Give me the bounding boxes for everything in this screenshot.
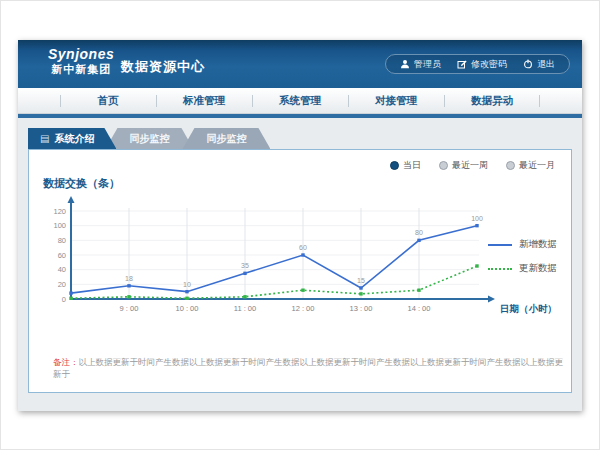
tab-system-intro-label: 系统介绍	[54, 128, 94, 149]
svg-text:60: 60	[58, 251, 66, 260]
company-logo[interactable]: Synjones 新中新集团	[48, 46, 114, 77]
tab-sync-monitor-2[interactable]: 同步监控	[182, 128, 270, 149]
main-nav: 首页 标准管理 系统管理 对接管理 数据异动	[18, 88, 582, 114]
chart-legend: 新增数据 更新数据	[488, 238, 557, 286]
svg-text:80: 80	[58, 236, 66, 245]
logout-label: 退出	[537, 58, 555, 71]
footnote: 备注：以上数据更新于时间产生数据以上数据更新于时间产生数据以上数据更新于时间产生…	[53, 357, 563, 381]
radio-unselected-icon	[439, 161, 448, 170]
svg-text:10 : 00: 10 : 00	[176, 304, 199, 313]
svg-text:80: 80	[415, 229, 423, 236]
admin-label: 管理员	[414, 58, 441, 71]
solid-line-swatch	[488, 244, 512, 246]
y-axis-title: 数据交换（条）	[43, 176, 120, 191]
svg-text:100: 100	[53, 221, 66, 230]
svg-text:40: 40	[58, 265, 66, 274]
chart-panel: 当日 最近一周 最近一月 数据交换（条） 0204060801001209 : …	[28, 149, 572, 393]
user-menu: 管理员 修改密码 退出	[385, 54, 570, 74]
legend-new-data-label: 新增数据	[519, 238, 557, 251]
svg-text:14 : 00: 14 : 00	[408, 304, 431, 313]
change-password-button[interactable]: 修改密码	[457, 58, 507, 71]
document-icon: ▤	[40, 134, 49, 144]
svg-text:11 : 00: 11 : 00	[234, 304, 256, 313]
svg-text:18: 18	[125, 275, 133, 282]
svg-text:13 : 00: 13 : 00	[350, 304, 373, 313]
radio-last-week-label: 最近一周	[452, 159, 488, 172]
edit-icon	[457, 59, 467, 69]
content-area: ▤ 系统介绍 同步监控 同步监控 当日 最近一周	[18, 118, 582, 411]
change-password-label: 修改密码	[471, 58, 507, 71]
line-chart: 0204060801001209 : 0010 : 0011 : 0012 : …	[39, 194, 509, 319]
range-selector: 当日 最近一周 最近一月	[390, 159, 555, 172]
logout-button[interactable]: 退出	[523, 58, 555, 71]
tab-system-intro[interactable]: ▤ 系统介绍	[28, 128, 116, 149]
svg-text:9 : 00: 9 : 00	[120, 304, 139, 313]
svg-text:60: 60	[299, 244, 307, 251]
svg-text:12 : 00: 12 : 00	[292, 304, 315, 313]
radio-unselected-icon	[506, 161, 515, 170]
legend-updated-data-label: 更新数据	[519, 262, 557, 275]
admin-button[interactable]: 管理员	[400, 58, 441, 71]
x-axis-title: 日期（小时）	[500, 303, 557, 316]
logo-text-en: Synjones	[48, 46, 114, 62]
radio-selected-icon	[390, 161, 399, 170]
footnote-prefix: 备注：	[53, 357, 79, 367]
tab-sync-monitor-1[interactable]: 同步监控	[105, 128, 193, 149]
radio-last-month[interactable]: 最近一月	[506, 159, 555, 172]
page-title: 数据资源中心	[121, 58, 205, 76]
radio-today[interactable]: 当日	[390, 159, 421, 172]
screenshot-canvas: Synjones 新中新集团 数据资源中心 管理员 修改密码	[0, 0, 600, 450]
svg-text:20: 20	[58, 280, 66, 289]
user-icon	[400, 59, 410, 69]
nav-item-interface-mgmt[interactable]: 对接管理	[348, 88, 444, 113]
nav-item-system-mgmt[interactable]: 系统管理	[252, 88, 348, 113]
svg-text:120: 120	[53, 207, 66, 216]
radio-today-label: 当日	[403, 159, 421, 172]
nav-item-home[interactable]: 首页	[60, 88, 156, 113]
radio-last-week[interactable]: 最近一周	[439, 159, 488, 172]
svg-text:100: 100	[471, 215, 483, 222]
app-header: Synjones 新中新集团 数据资源中心 管理员 修改密码	[18, 40, 582, 88]
footnote-text: 以上数据更新于时间产生数据以上数据更新于时间产生数据以上数据更新于时间产生数据以…	[53, 357, 563, 379]
tab-bar: ▤ 系统介绍 同步监控 同步监控	[28, 128, 582, 149]
app-window: Synjones 新中新集团 数据资源中心 管理员 修改密码	[18, 40, 582, 411]
legend-item-new-data: 新增数据	[488, 238, 557, 251]
nav-item-standard-mgmt[interactable]: 标准管理	[156, 88, 252, 113]
legend-item-updated-data: 更新数据	[488, 262, 557, 275]
dotted-line-swatch	[488, 268, 512, 270]
radio-last-month-label: 最近一月	[519, 159, 555, 172]
svg-text:35: 35	[241, 262, 249, 269]
power-icon	[523, 59, 533, 69]
svg-text:0: 0	[62, 295, 66, 304]
svg-text:10: 10	[183, 281, 191, 288]
logo-text-cn: 新中新集团	[48, 62, 114, 77]
nav-item-data-change[interactable]: 数据异动	[444, 88, 540, 113]
svg-text:15: 15	[357, 277, 365, 284]
